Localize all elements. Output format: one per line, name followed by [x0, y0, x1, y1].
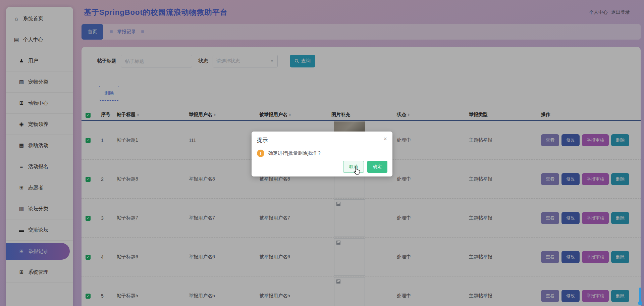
dialog-message: 确定进行[批量删除]操作? — [268, 150, 321, 156]
warning-icon: ! — [257, 150, 264, 157]
mouse-cursor-icon — [352, 166, 362, 176]
close-icon[interactable]: × — [383, 136, 387, 143]
dialog-title: 提示 — [257, 137, 387, 144]
confirm-dialog: 提示 × ! 确定进行[批量删除]操作? 取消 确定 — [252, 132, 392, 176]
scrollbar-thumb[interactable] — [639, 288, 641, 302]
confirm-button[interactable]: 确定 — [367, 161, 387, 173]
